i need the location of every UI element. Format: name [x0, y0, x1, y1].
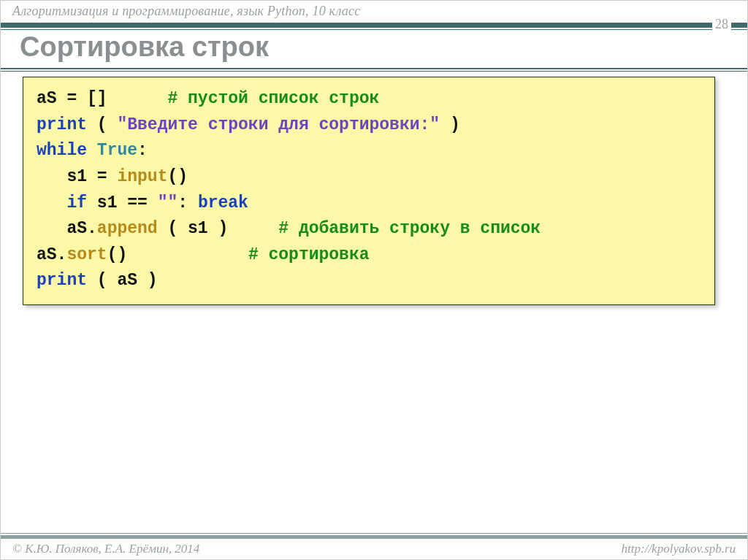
- code-block: aS = [] # пустой список строк print ( "В…: [23, 77, 715, 305]
- code-text: s1 ==: [87, 193, 158, 212]
- code-line-8: print ( aS ): [37, 268, 701, 294]
- code-text: (: [87, 115, 117, 134]
- code-line-3: while True:: [37, 138, 701, 164]
- code-line-4: s1 = input(): [37, 164, 701, 191]
- code-comment: # пустой список строк: [167, 89, 379, 108]
- code-text: ( aS ): [87, 271, 158, 290]
- slide: Алгоритмизация и программирование, язык …: [0, 0, 748, 560]
- slide-title: Сортировка строк: [20, 31, 269, 63]
- code-function: append: [97, 219, 158, 238]
- code-keyword: break: [198, 193, 248, 212]
- code-comment: # добавить строку в список: [278, 219, 541, 238]
- footer-link: http://kpolyakov.spb.ru: [622, 542, 736, 556]
- code-keyword: print: [37, 271, 87, 290]
- code-text: aS.: [37, 245, 66, 264]
- code-text: ( s1 ): [158, 219, 279, 238]
- code-text: s1 =: [37, 167, 117, 186]
- code-keyword: print: [37, 115, 87, 134]
- code-keyword: if: [66, 193, 87, 212]
- code-line-2: print ( "Введите строки для сортировки:"…: [37, 112, 701, 139]
- copyright-text: © К.Ю. Поляков, Е.А. Ерёмин, 2014: [12, 542, 199, 556]
- page-number: 28: [712, 17, 731, 32]
- footer: © К.Ю. Поляков, Е.А. Ерёмин, 2014 http:/…: [1, 533, 747, 559]
- code-string: "": [158, 193, 178, 212]
- code-text: :: [178, 193, 198, 212]
- code-constant: True: [97, 141, 137, 160]
- breadcrumb: Алгоритмизация и программирование, язык …: [1, 1, 747, 26]
- code-text: :: [137, 141, 148, 160]
- code-text: [87, 141, 97, 160]
- code-text: aS.: [37, 219, 97, 238]
- code-string: "Введите строки для сортировки:": [117, 115, 440, 134]
- code-text: ): [440, 115, 460, 134]
- code-line-6: aS.append ( s1 ) # добавить строку в спи…: [37, 216, 701, 242]
- title-underline: [1, 68, 747, 72]
- code-line-7: aS.sort() # сортировка: [37, 242, 701, 269]
- code-text: (): [167, 167, 188, 186]
- code-comment: # сортировка: [248, 245, 370, 264]
- code-function: input: [117, 167, 167, 186]
- code-line-1: aS = [] # пустой список строк: [37, 86, 701, 112]
- code-text: (): [107, 245, 248, 264]
- header-rule: [1, 23, 747, 30]
- code-text: aS = []: [37, 89, 167, 108]
- code-function: sort: [66, 245, 107, 264]
- code-text: [37, 193, 66, 212]
- code-line-5: if s1 == "": break: [37, 191, 701, 217]
- code-keyword: while: [37, 141, 87, 160]
